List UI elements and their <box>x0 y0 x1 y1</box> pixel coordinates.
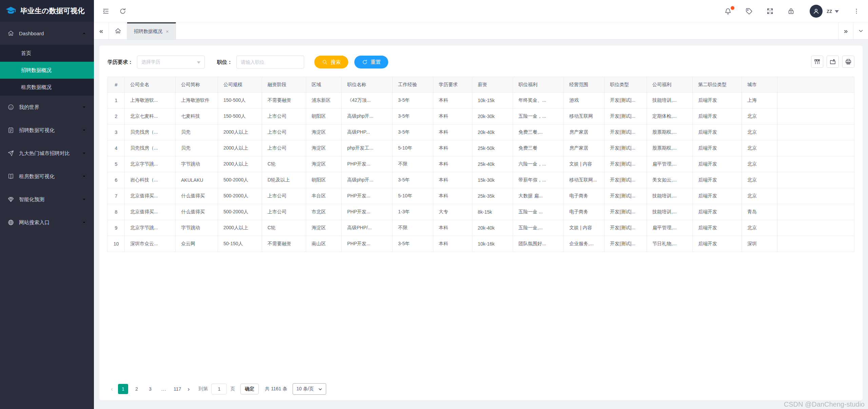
chevron-down-icon <box>82 174 86 179</box>
sidebar-subitem[interactable]: 租房数据概况 <box>0 79 94 96</box>
table-cell: 南山区 <box>306 236 342 252</box>
tab-label: 招聘数据概况 <box>134 28 162 35</box>
home-tab[interactable] <box>109 22 127 39</box>
chevron-down-icon <box>82 151 86 156</box>
tab-close-icon[interactable]: × <box>166 28 169 34</box>
table-cell: 开发|测试|... <box>605 172 647 188</box>
goto-page-input[interactable] <box>211 384 227 394</box>
table-cell-filler <box>777 156 854 172</box>
table-cell: 开发|测试|... <box>605 188 647 204</box>
table-cell: 25k-35k <box>472 188 513 204</box>
table-cell: C轮 <box>262 156 306 172</box>
pagination-next-icon[interactable]: › <box>184 384 193 394</box>
refresh-icon[interactable] <box>119 7 126 15</box>
home-icon <box>7 30 14 37</box>
column-settings-button[interactable] <box>811 56 823 68</box>
table-cell-filler <box>777 188 854 204</box>
table-cell: PHP开发... <box>342 188 393 204</box>
table-cell: 美女如云,... <box>647 172 693 188</box>
table-cell: 大数据 扁... <box>513 188 564 204</box>
table-cell: 10 <box>108 236 125 252</box>
gem-icon <box>7 196 14 203</box>
column-header: 薪资 <box>472 77 513 93</box>
table-cell: 股票期权,... <box>647 140 693 156</box>
export-button[interactable] <box>827 56 839 68</box>
table-cell: 五险一金，... <box>513 109 564 124</box>
education-filter-label: 学历要求： <box>107 59 133 65</box>
position-input[interactable] <box>236 56 304 69</box>
tabs-scroll-left-button[interactable]: « <box>94 22 109 39</box>
column-header: 第二职位类型 <box>693 77 742 93</box>
content: 学历要求： 选择学历 职位： 搜索 <box>94 40 868 409</box>
table-cell: D轮及以上 <box>262 172 306 188</box>
table-cell: 开发|测试|... <box>605 204 647 220</box>
tab-recruit-overview[interactable]: 招聘数据概况 × <box>127 22 176 39</box>
notification-bell-icon[interactable] <box>724 7 732 15</box>
table-cell: 北京 <box>742 109 777 124</box>
table-cell: PHP开发... <box>342 236 393 252</box>
tabs-scroll-right-button[interactable]: » <box>838 22 853 39</box>
table-cell: 5 <box>108 156 125 172</box>
table-cell: 朝阳区 <box>306 109 342 124</box>
search-button[interactable]: 搜索 <box>314 56 348 69</box>
pagination-page[interactable]: 3 <box>145 384 155 394</box>
table-cell: 带薪年假，... <box>513 172 564 188</box>
table-cell: 3 <box>108 124 125 140</box>
sidebar: 毕业生の数据可视化 Dashboard首页招聘数据概况租房数据概况我的世界招聘数… <box>0 0 94 409</box>
sidebar-item[interactable]: 我的世界 <box>0 96 94 119</box>
print-button[interactable] <box>842 56 854 68</box>
lock-icon[interactable] <box>787 7 795 15</box>
sidebar-item[interactable]: 智能化预测 <box>0 188 94 211</box>
sidebar-item[interactable]: 九大热门城市招聘对比 <box>0 142 94 165</box>
goto-confirm-button[interactable]: 确定 <box>240 384 259 394</box>
pagination-page[interactable]: 2 <box>132 384 142 394</box>
reset-button[interactable]: 重置 <box>354 56 388 69</box>
table-cell: 北京 <box>742 156 777 172</box>
education-select[interactable]: 选择学历 <box>137 56 205 69</box>
table-cell: 七麦科技 <box>176 109 218 124</box>
table-cell: 2000人以上 <box>218 140 262 156</box>
sidebar-item[interactable]: 网站搜索入口 <box>0 211 94 234</box>
sidebar-item[interactable]: 招聘数据可视化 <box>0 119 94 142</box>
collapse-sidebar-icon[interactable] <box>102 7 110 15</box>
table-cell: 电子商务 <box>564 204 605 220</box>
table-cell: 50-150人 <box>218 236 262 252</box>
table-cell: 本科 <box>433 93 472 109</box>
table-cell-filler <box>777 236 854 252</box>
sidebar-item[interactable]: 租房数据可视化 <box>0 165 94 188</box>
table-cell: 开发|测试|... <box>605 124 647 140</box>
username[interactable]: zz <box>827 8 832 14</box>
sidebar-subitem[interactable]: 首页 <box>0 45 94 62</box>
fullscreen-icon[interactable] <box>766 7 774 15</box>
pagination-prev-icon[interactable]: ‹ <box>107 384 116 394</box>
chevron-down-icon <box>858 28 864 34</box>
education-select-placeholder: 选择学历 <box>141 59 197 65</box>
table-cell: 150-500人 <box>218 109 262 124</box>
table-cell: 贝壳 <box>176 140 218 156</box>
table-cell: 本科 <box>433 140 472 156</box>
table-cell: 大专 <box>433 204 472 220</box>
table-cell-filler <box>777 220 854 236</box>
table-cell: 上市公司 <box>262 109 306 124</box>
pagination-page[interactable]: 1 <box>118 384 128 394</box>
tabs-menu-button[interactable] <box>853 22 868 39</box>
tag-icon[interactable] <box>745 7 753 15</box>
column-header: 经营范围 <box>564 77 605 93</box>
table-cell: 房产家居 <box>564 140 605 156</box>
sidebar-item[interactable]: Dashboard <box>0 22 94 45</box>
user-dropdown-caret-icon[interactable] <box>835 10 839 15</box>
table-cell: 3-5年 <box>393 109 433 124</box>
select-caret-icon <box>197 61 200 65</box>
table-cell: 3-5年 <box>393 124 433 140</box>
kebab-menu-icon[interactable] <box>853 8 860 15</box>
page-size-select[interactable]: 10 条/页 <box>293 383 326 395</box>
avatar[interactable] <box>810 5 823 18</box>
table-header-row: #公司全名公司简称公司规模融资阶段区域职位名称工作经验学历要求薪资职位福利经营范… <box>108 77 854 93</box>
sidebar-subitem[interactable]: 招聘数据概况 <box>0 62 94 79</box>
table-cell: 500-2000人 <box>218 204 262 220</box>
pagination-page[interactable]: 117 <box>172 384 182 394</box>
table-cell-filler <box>777 172 854 188</box>
table-cell: 3-5年 <box>393 93 433 109</box>
table-cell: 技能培训,... <box>647 204 693 220</box>
main-area: zz « 招聘数据概况 × » <box>94 0 868 409</box>
